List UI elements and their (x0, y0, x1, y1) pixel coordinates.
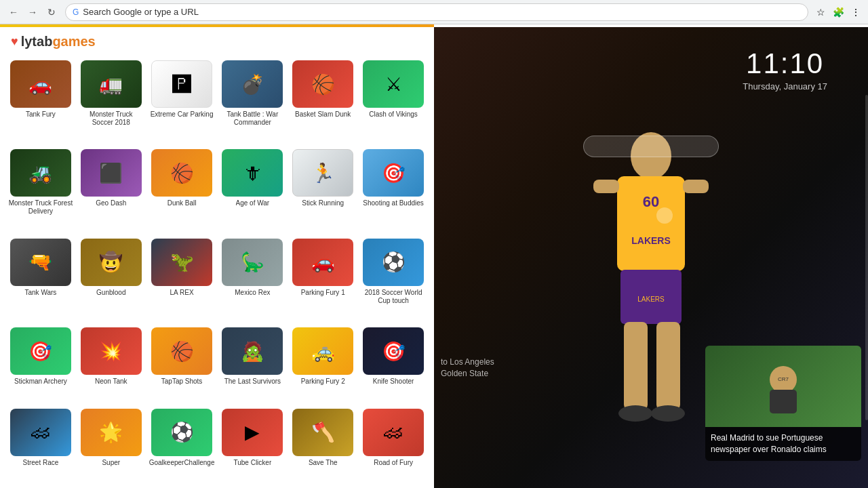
game-title-road-of-fury: Road of Fury (374, 459, 413, 467)
game-thumb-mexico-rex: 🦕 (222, 239, 283, 286)
game-thumb-stick-running: 🏃 (292, 149, 353, 197)
chrome-menu-icon[interactable]: ⋮ (849, 5, 863, 19)
game-thumb-tank-fury: 🚗 (10, 60, 71, 108)
game-thumb-tank-battle: 💣 (222, 60, 283, 108)
game-tile-clash-of-vikings[interactable]: ⚔Clash of Vikings (358, 56, 429, 145)
game-tile-road-of-fury[interactable]: 🏎Road of Fury (358, 405, 429, 485)
game-tile-gunblood[interactable]: 🤠Gunblood (76, 235, 146, 323)
game-title-super: Super (102, 459, 120, 467)
game-tile-soccer-world-cup[interactable]: ⚽2018 Soccer World Cup touch (358, 235, 429, 323)
browser-chrome: ← → ↻ G Search Google or type a URL ☆ 🧩 … (0, 0, 868, 24)
game-tile-dunk-ball[interactable]: 🏀Dunk Ball (146, 145, 218, 234)
game-tile-super[interactable]: 🌟Super (76, 405, 146, 485)
game-thumb-goalkeeper: ⚽ (151, 409, 212, 456)
game-tile-tank-wars[interactable]: 🔫Tank Wars (5, 235, 76, 323)
svg-rect-9 (624, 322, 648, 410)
game-thumb-age-of-war: 🗡 (222, 149, 283, 197)
game-tile-basket-slam-dunk[interactable]: 🏀Basket Slam Dunk (288, 56, 358, 145)
game-thumb-parking-fury-2: 🚕 (292, 327, 353, 375)
game-tile-mexico-rex[interactable]: 🦕Mexico Rex (217, 235, 288, 323)
svg-text:LAKERS: LAKERS (631, 235, 671, 246)
google-icon: G (73, 7, 79, 17)
game-thumb-stickman-archery: 🎯 (10, 327, 71, 375)
game-thumb-neon-tank: 💥 (81, 327, 142, 375)
game-tile-shooting-buddies[interactable]: 🎯Shooting at Buddies (358, 145, 429, 234)
search-overlay-box[interactable] (583, 136, 719, 157)
clock-date: Thursday, January 17 (743, 81, 827, 92)
game-tile-knife-shooter[interactable]: 🎯Knife Shooter (358, 323, 429, 404)
game-tile-la-rex[interactable]: 🦖LA REX (146, 235, 218, 323)
game-tile-street-race[interactable]: 🏎Street Race (5, 405, 76, 485)
game-tile-stick-running[interactable]: 🏃Stick Running (288, 145, 358, 234)
news-thumbnail: CR7 (705, 346, 861, 427)
game-tile-age-of-war[interactable]: 🗡Age of War (217, 145, 288, 234)
game-title-tank-wars: Tank Wars (24, 289, 56, 297)
bookmark-icon[interactable]: ☆ (814, 5, 827, 19)
svg-text:CR7: CR7 (778, 376, 789, 382)
clock-time: 11:10 (743, 47, 827, 80)
svg-rect-14 (770, 390, 797, 413)
address-bar[interactable]: G Search Google or type a URL (65, 3, 808, 21)
game-thumb-soccer-world-cup: ⚽ (363, 239, 424, 286)
game-thumb-extreme-car-parking: 🅿 (151, 60, 212, 108)
game-thumb-shooting-buddies: 🎯 (363, 149, 424, 197)
game-tile-monster-truck-soccer[interactable]: 🚛Monster Truck Soccer 2018 (76, 56, 146, 145)
game-thumb-dunk-ball: 🏀 (151, 149, 212, 197)
game-tile-neon-tank[interactable]: 💥Neon Tank (76, 323, 146, 404)
nav-buttons: ← → ↻ (5, 4, 60, 20)
game-title-basket-slam-dunk: Basket Slam Dunk (295, 110, 351, 119)
game-tile-tank-battle[interactable]: 💣Tank Battle : War Commander (217, 56, 288, 145)
news-card[interactable]: CR7 Real Madrid to sue Portuguese newspa… (705, 346, 861, 461)
game-thumb-save-the: 🪓 (292, 409, 353, 456)
svg-point-6 (656, 207, 673, 224)
game-title-dunk-ball: Dunk Ball (167, 199, 197, 207)
reload-button[interactable]: ↻ (43, 4, 60, 20)
game-thumb-tube-clicker: ▶ (222, 409, 283, 456)
game-tile-save-the[interactable]: 🪓Save The (288, 405, 358, 485)
svg-text:LAKERS: LAKERS (637, 296, 665, 303)
lytab-header: ♥ lytabgames (0, 27, 434, 54)
game-title-geo-dash: Geo Dash (96, 199, 126, 207)
game-tile-goalkeeper[interactable]: ⚽GoalkeeperChallenge (146, 405, 218, 485)
game-title-stickman-archery: Stickman Archery (14, 378, 67, 386)
game-title-knife-shooter: Knife Shooter (373, 378, 414, 386)
game-tile-monster-forest[interactable]: 🚜Monster Truck Forest Delivery (5, 145, 76, 234)
game-title-tube-clicker: Tube Clicker (233, 459, 271, 467)
game-thumb-monster-forest: 🚜 (10, 149, 71, 197)
lytab-logo: ♥ lytabgames (11, 34, 96, 49)
game-title-tank-fury: Tank Fury (26, 110, 56, 119)
game-thumb-gunblood: 🤠 (81, 239, 142, 286)
right-panel-scrollbar[interactable] (865, 95, 868, 420)
game-tile-parking-fury-2[interactable]: 🚕Parking Fury 2 (288, 323, 358, 404)
game-title-soccer-world-cup: 2018 Soccer World Cup touch (361, 289, 426, 305)
game-thumb-tank-wars: 🔫 (10, 239, 71, 286)
game-title-gunblood: Gunblood (96, 289, 125, 297)
extensions-icon[interactable]: 🧩 (831, 5, 845, 19)
game-tile-extreme-car-parking[interactable]: 🅿Extreme Car Parking (146, 56, 218, 145)
svg-point-11 (618, 405, 652, 422)
game-tile-geo-dash[interactable]: ⬛Geo Dash (76, 145, 146, 234)
logo-heart-icon: ♥ (11, 35, 18, 49)
game-thumb-last-survivors: 🧟 (222, 327, 283, 375)
game-tile-tank-fury[interactable]: 🚗Tank Fury (5, 56, 76, 145)
main-area: ♥ lytabgames 🚗Tank Fury🚛Monster Truck So… (0, 27, 868, 488)
game-title-shooting-buddies: Shooting at Buddies (363, 199, 424, 207)
game-title-la-rex: LA REX (170, 289, 194, 297)
game-tile-taptap-shots[interactable]: 🏀TapTap Shots (146, 323, 218, 404)
game-title-stick-running: Stick Running (302, 199, 344, 207)
game-thumb-clash-of-vikings: ⚔ (363, 60, 424, 108)
logo-lytab: lytab (21, 34, 53, 49)
games-grid: 🚗Tank Fury🚛Monster Truck Soccer 2018🅿Ext… (0, 54, 434, 488)
game-tile-last-survivors[interactable]: 🧟The Last Survivors (217, 323, 288, 404)
game-title-extreme-car-parking: Extreme Car Parking (151, 110, 214, 119)
svg-rect-10 (656, 322, 680, 410)
game-tile-stickman-archery[interactable]: 🎯Stickman Archery (5, 323, 76, 404)
side-news-text: to Los Angeles Golden State (441, 357, 494, 380)
news-headline: Real Madrid to sue Portuguese newspaper … (705, 427, 861, 461)
forward-button[interactable]: → (24, 4, 41, 20)
game-tile-tube-clicker[interactable]: ▶Tube Clicker (217, 405, 288, 485)
game-tile-parking-fury-1[interactable]: 🚗Parking Fury 1 (288, 235, 358, 323)
game-thumb-parking-fury-1: 🚗 (292, 239, 353, 286)
game-thumb-monster-truck-soccer: 🚛 (81, 60, 142, 108)
back-button[interactable]: ← (5, 4, 22, 20)
